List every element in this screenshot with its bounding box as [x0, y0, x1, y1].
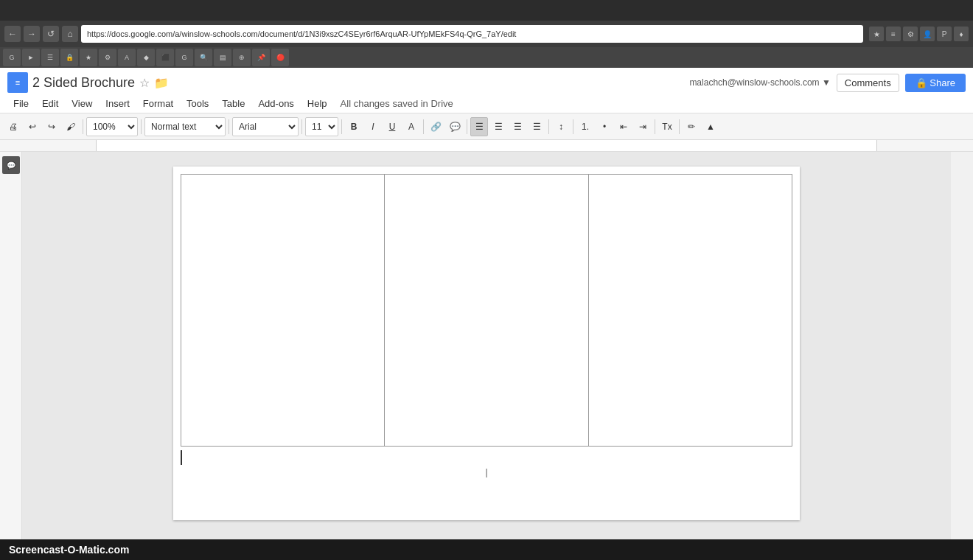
toolbar-sep-9 [573, 119, 573, 134]
ext-icon-3[interactable]: ☰ [41, 49, 59, 66]
indent-more-button[interactable]: ⇥ [634, 117, 652, 136]
extra-icon-1[interactable]: P [937, 27, 952, 41]
font-select[interactable]: Arial Times New Roman Verdana [232, 117, 299, 136]
toolbar-sep-3 [229, 119, 229, 134]
toolbar-sep-6 [423, 119, 424, 134]
menu-addons[interactable]: Add-ons [252, 96, 299, 111]
user-icon[interactable]: 👤 [920, 27, 935, 41]
font-size-select[interactable]: 11 8 10 12 14 [305, 117, 338, 136]
font-color-button[interactable]: A [402, 117, 420, 136]
menu-edit[interactable]: Edit [36, 96, 64, 111]
toolbar-sep-11 [679, 119, 680, 134]
ext-icon-1[interactable]: G [3, 49, 21, 66]
ext-icon-6[interactable]: ⚙ [99, 49, 116, 66]
underline-button[interactable]: U [383, 117, 401, 136]
indent-less-button[interactable]: ⇤ [615, 117, 632, 136]
doc-col-2[interactable] [385, 175, 588, 446]
docs-title-left: ≡ 2 Sided Brochure ☆ 📁 [7, 72, 169, 93]
extension-bar: G ► ☰ 🔒 ★ ⚙ A ◆ ⬛ G 🔍 ▤ ⊕ 📌 🔴 [0, 47, 973, 68]
ext-icon-11[interactable]: 🔍 [195, 49, 212, 66]
doc-title: 2 Sided Brochure [32, 75, 135, 91]
ext-icon-5[interactable]: ★ [80, 49, 97, 66]
style-select[interactable]: Normal text Heading 1 Heading 2 Title [144, 117, 226, 136]
collapse-toolbar-button[interactable]: ▲ [702, 117, 719, 136]
ruler-inner [96, 140, 877, 151]
ext-icon-15[interactable]: 🔴 [271, 49, 289, 66]
docs-header: ≡ 2 Sided Brochure ☆ 📁 malachch@winslow-… [0, 68, 973, 113]
star-icon[interactable]: ☆ [139, 76, 150, 90]
menu-insert[interactable]: Insert [100, 96, 136, 111]
cursor-caret: | [485, 467, 487, 477]
docs-app-icon[interactable]: ≡ [7, 72, 28, 93]
menu-bar: File Edit View Insert Format Tools Table… [0, 94, 973, 113]
browser-menu-icon[interactable]: ≡ [886, 27, 901, 41]
share-button[interactable]: 🔒 Share [905, 74, 966, 92]
ordered-list-button[interactable]: 1. [576, 117, 594, 136]
undo-button[interactable]: ↩ [24, 117, 41, 136]
main-content: ≡ 2 Sided Brochure ☆ 📁 malachch@winslow-… [0, 68, 973, 560]
ext-icon-7[interactable]: A [118, 49, 136, 66]
menu-tools[interactable]: Tools [181, 96, 215, 111]
ext-icon-13[interactable]: ⊕ [233, 49, 251, 66]
bold-button[interactable]: B [345, 117, 363, 136]
toolbar-sep-2 [141, 119, 142, 134]
ext-icon-2[interactable]: ► [22, 49, 40, 66]
screencast-label: Screencast-O-Matic.com [9, 544, 129, 556]
extra-icon-2[interactable]: ♦ [954, 27, 969, 41]
line-spacing-button[interactable]: ↕ [552, 117, 570, 136]
link-button[interactable]: 🔗 [427, 117, 444, 136]
docs-title-row: ≡ 2 Sided Brochure ☆ 📁 malachch@winslow-… [0, 68, 973, 94]
docs-body: 💬 | [0, 152, 973, 560]
redo-button[interactable]: ↪ [43, 117, 60, 136]
zoom-select[interactable]: 100% 75% 125% 150% [86, 117, 138, 136]
menu-format[interactable]: Format [137, 96, 179, 111]
clear-format-button[interactable]: Tx [658, 117, 676, 136]
address-bar-row: ← → ↺ ⌂ https://docs.google.com/a/winslo… [0, 21, 973, 47]
doc-col-3[interactable] [589, 175, 792, 446]
menu-view[interactable]: View [66, 96, 98, 111]
docs-title-right: malachch@winslow-schools.com ▼ Comments … [689, 74, 966, 92]
doc-area[interactable]: | [22, 152, 951, 560]
bookmark-icon[interactable]: ★ [869, 27, 884, 41]
menu-file[interactable]: File [7, 96, 35, 111]
nav-forward-button[interactable]: → [24, 26, 40, 42]
nav-home-button[interactable]: ⌂ [62, 26, 78, 42]
align-right-button[interactable]: ☰ [509, 117, 526, 136]
ext-icon-4[interactable]: 🔒 [60, 49, 78, 66]
docs-sidebar: 💬 [0, 152, 22, 560]
unordered-list-button[interactable]: • [596, 117, 613, 136]
nav-refresh-button[interactable]: ↺ [43, 26, 59, 42]
italic-button[interactable]: I [364, 117, 382, 136]
align-justify-button[interactable]: ☰ [528, 117, 545, 136]
save-status: All changes saved in Drive [341, 98, 453, 109]
doc-page: | [173, 167, 800, 520]
nav-back-button[interactable]: ← [4, 26, 21, 42]
extensions-icon[interactable]: ⚙ [903, 27, 918, 41]
address-field[interactable]: https://docs.google.com/a/winslow-school… [81, 25, 863, 43]
align-left-button[interactable]: ☰ [470, 117, 488, 136]
toolbar-sep-7 [467, 119, 467, 134]
menu-help[interactable]: Help [301, 96, 333, 111]
ext-icon-14[interactable]: 📌 [252, 49, 270, 66]
align-center-button[interactable]: ☰ [489, 117, 507, 136]
doc-col-1[interactable] [181, 175, 385, 446]
address-icon-group: ★ ≡ ⚙ 👤 P ♦ [869, 27, 969, 41]
address-url: https://docs.google.com/a/winslow-school… [87, 29, 516, 38]
ext-icon-9[interactable]: ⬛ [156, 49, 174, 66]
print-button[interactable]: 🖨 [4, 117, 22, 136]
toolbar-sep-1 [83, 119, 83, 134]
folder-icon[interactable]: 📁 [154, 76, 169, 90]
pen-button[interactable]: ✏ [683, 117, 700, 136]
sidebar-comments-icon[interactable]: 💬 [2, 156, 20, 174]
paintformat-button[interactable]: 🖌 [62, 117, 80, 136]
toolbar-sep-8 [548, 119, 549, 134]
ext-icon-8[interactable]: ◆ [137, 49, 155, 66]
ext-icon-12[interactable]: ▤ [214, 49, 231, 66]
doc-table [181, 174, 792, 447]
ext-icon-10[interactable]: G [175, 49, 193, 66]
right-gutter [951, 152, 973, 560]
comment-button[interactable]: 💬 [446, 117, 464, 136]
comments-button[interactable]: Comments [837, 74, 899, 92]
user-email: malachch@winslow-schools.com ▼ [689, 77, 830, 88]
menu-table[interactable]: Table [216, 96, 251, 111]
